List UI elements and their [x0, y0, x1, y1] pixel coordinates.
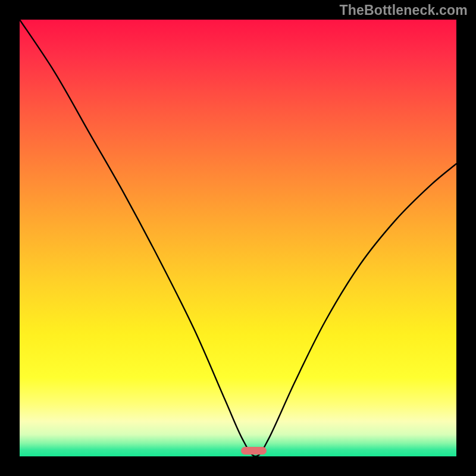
optimal-marker — [241, 447, 267, 455]
outer-frame: TheBottleneck.com — [0, 0, 476, 476]
chart-curve — [20, 20, 456, 456]
watermark-text: TheBottleneck.com — [339, 2, 468, 18]
chart-plot-area — [20, 20, 456, 456]
